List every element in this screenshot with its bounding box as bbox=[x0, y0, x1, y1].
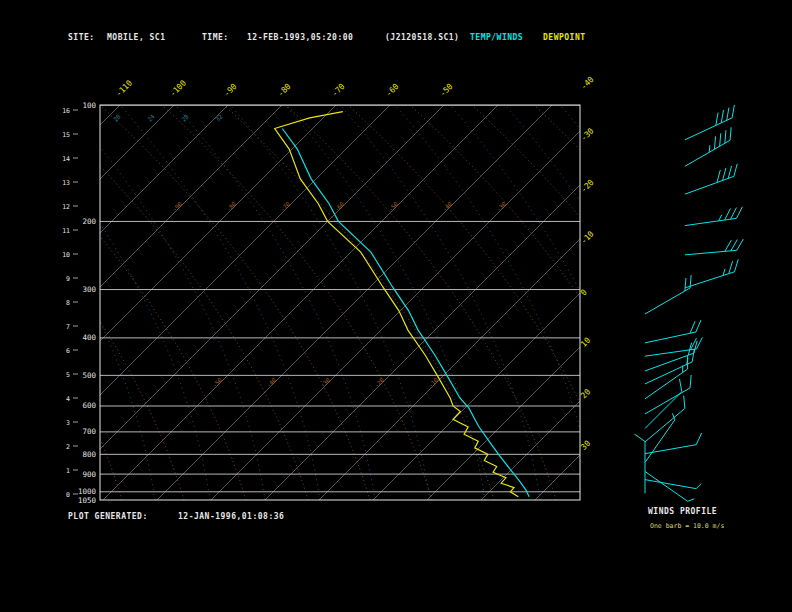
isotherm-line bbox=[211, 105, 606, 500]
temperature-axis-right: -40-30-20-100102030 bbox=[579, 75, 596, 452]
axis-tick-label: 15 bbox=[62, 131, 70, 139]
time-label: TIME: bbox=[202, 33, 229, 42]
wind-barb-staff bbox=[645, 392, 682, 429]
dry-adiabat-line bbox=[0, 105, 184, 500]
wind-barb-staff bbox=[685, 250, 737, 255]
dry-adiabat-line bbox=[286, 105, 556, 500]
height-axis: 012345678910111213141516 bbox=[62, 107, 78, 499]
isotherm-line bbox=[0, 105, 228, 500]
axis-tick-label: -70 bbox=[279, 200, 292, 213]
wind-barb-full bbox=[684, 396, 685, 409]
axis-tick-label: 0 bbox=[579, 288, 589, 298]
isotherm-line bbox=[0, 105, 336, 500]
wind-barb-full bbox=[716, 113, 718, 126]
axis-tick-label: -60 bbox=[384, 82, 401, 99]
legend-temp-winds: TEMP/WINDS bbox=[470, 33, 523, 42]
file-id: (J2120518.SC1) bbox=[385, 33, 459, 42]
axis-tick-label: 900 bbox=[82, 470, 96, 479]
axis-tick-label: 0 bbox=[66, 491, 70, 499]
isotherm-line bbox=[49, 105, 444, 500]
isotherm-line bbox=[265, 105, 660, 500]
axis-tick-label: 7 bbox=[66, 323, 70, 331]
temperature-axis-top: -110-100-90-80-70-60-50 bbox=[114, 78, 455, 98]
axis-tick-label: -30 bbox=[579, 126, 596, 143]
winds-profile-caption: One barb = 10.0 m/s bbox=[650, 522, 724, 530]
isotherm-line bbox=[0, 105, 120, 500]
axis-tick-label: 300 bbox=[82, 285, 96, 294]
wind-barb-staff bbox=[685, 140, 730, 166]
axis-tick-label: 600 bbox=[82, 401, 96, 410]
axis-tick-label: 100 bbox=[82, 101, 96, 110]
wind-barb-full bbox=[734, 259, 738, 271]
wind-barb-staff bbox=[645, 332, 696, 343]
wind-barb-full bbox=[731, 240, 737, 251]
axis-tick-label: 14 bbox=[62, 155, 70, 163]
axis-tick-label: -40 bbox=[265, 376, 278, 389]
plot-interior bbox=[0, 105, 792, 500]
wind-barb-full bbox=[736, 207, 742, 219]
wind-barb-full bbox=[690, 321, 695, 333]
dewpoint-trace bbox=[275, 112, 519, 497]
moist-adiabat-line bbox=[10, 105, 210, 500]
axis-tick-label: 13 bbox=[62, 179, 70, 187]
moist-adiabat-line bbox=[230, 105, 430, 500]
axis-tick-label: -20 bbox=[373, 376, 386, 389]
wind-barb-full bbox=[730, 127, 731, 140]
wind-barb-full bbox=[685, 278, 686, 291]
axis-tick-label: -80 bbox=[276, 82, 293, 99]
axis-tick-label: -10 bbox=[427, 376, 440, 389]
wind-barb-full bbox=[725, 240, 731, 251]
isotherm-line bbox=[157, 105, 552, 500]
axis-tick-label: 24 bbox=[146, 112, 156, 122]
winds-profile-title: WINDS PROFILE bbox=[648, 507, 717, 516]
axis-tick-label: 32 bbox=[214, 112, 224, 122]
axis-tick-label: -90 bbox=[171, 200, 184, 213]
wind-barb-staff bbox=[645, 353, 694, 371]
legend-dewpoint: DEWPOINT bbox=[543, 33, 586, 42]
wind-barb-full bbox=[732, 105, 734, 118]
wind-barb-full bbox=[737, 239, 743, 250]
wind-barb-staff bbox=[645, 480, 696, 489]
plot-generated-value: 12-JAN-1996,01:08:36 bbox=[178, 512, 284, 521]
axis-tick-label: 8 bbox=[66, 299, 70, 307]
dry-adiabat-line bbox=[100, 105, 370, 500]
axis-tick-label: 1 bbox=[66, 467, 70, 475]
axis-tick-label: -40 bbox=[579, 75, 596, 92]
moist-adiabat-line bbox=[0, 105, 155, 500]
moist-adiabat-line bbox=[340, 105, 540, 500]
isotherm-line bbox=[373, 105, 768, 500]
axis-tick-label: 1050 bbox=[78, 496, 97, 505]
plot-generated-label: PLOT GENERATED: bbox=[68, 512, 148, 521]
wind-barb-staff bbox=[685, 176, 734, 194]
wind-barb-full bbox=[731, 208, 737, 220]
wind-barb-full bbox=[720, 133, 721, 146]
dry-adiabat-line bbox=[534, 105, 792, 500]
moist-adiabat-line bbox=[175, 105, 375, 500]
axis-tick-label: -20 bbox=[579, 178, 596, 195]
axis-tick-label: 6 bbox=[66, 347, 70, 355]
wind-barb-staff bbox=[645, 288, 690, 314]
axis-tick-label: 30 bbox=[579, 439, 592, 452]
dry-adiabat-line bbox=[596, 105, 792, 500]
axis-tick-label: 11 bbox=[62, 227, 70, 235]
site-label: SITE: bbox=[68, 33, 95, 42]
wind-barb-full bbox=[696, 337, 702, 349]
axis-tick-label: -100 bbox=[168, 78, 188, 98]
skewt-screen: -90-80-70-60-50-40-30-50-40-30-20-102024… bbox=[0, 0, 792, 612]
wind-barb-full bbox=[721, 110, 723, 123]
wind-barb-staff bbox=[645, 408, 685, 441]
wind-barb-half bbox=[688, 499, 695, 501]
axis-tick-label: -50 bbox=[387, 200, 400, 213]
axis-tick-label: 28 bbox=[180, 112, 190, 122]
axis-tick-label: 700 bbox=[82, 427, 96, 436]
wind-barb-full bbox=[634, 434, 645, 441]
axis-tick-label: 20 bbox=[579, 387, 592, 400]
axis-tick-label: -10 bbox=[579, 229, 596, 246]
axis-tick-label: 5 bbox=[66, 371, 70, 379]
isotherm-line bbox=[535, 105, 792, 500]
dry-adiabat-line bbox=[162, 105, 432, 500]
axis-tick-label: -80 bbox=[225, 200, 238, 213]
axis-tick-label: -70 bbox=[330, 82, 347, 99]
wind-barb-staff bbox=[685, 272, 734, 288]
pressure-axis: 10020030040050060070080090010001050 bbox=[78, 101, 97, 505]
